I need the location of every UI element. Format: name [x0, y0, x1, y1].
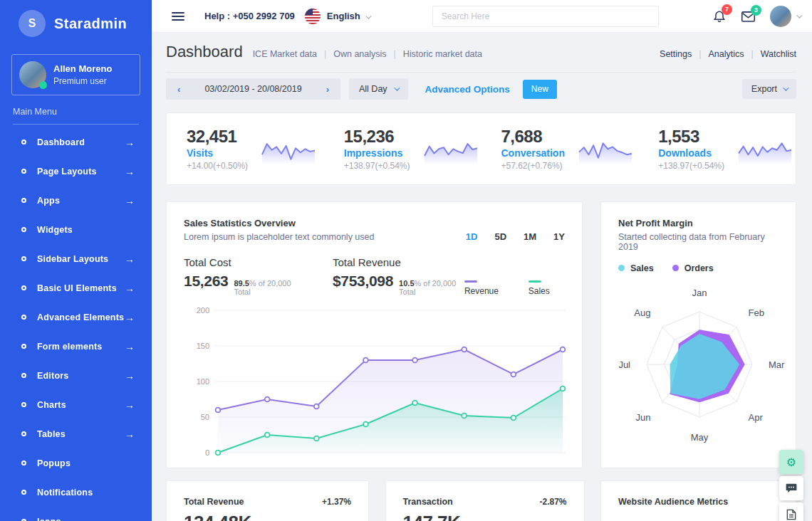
svg-text:Jul: Jul [618, 359, 630, 370]
stat-visits: 32,451 Visits +14.00(+0.50%) [167, 127, 324, 171]
topbar: Help : +050 2992 709 English 7 3 [152, 0, 812, 33]
svg-text:Aug: Aug [634, 307, 650, 318]
tab-1d[interactable]: 1D [466, 231, 478, 242]
user-name: Allen Moreno [53, 63, 112, 74]
main-menu: Dashboard→ Page Layouts→ Apps→ Widgets→ … [0, 127, 152, 521]
radar-legend: Sales Orders [618, 263, 779, 273]
tab-5d[interactable]: 5D [494, 231, 506, 242]
revenue-legend-swatch [464, 280, 477, 283]
sidebar-item-apps[interactable]: Apps→ [0, 186, 152, 215]
toolbar: ‹ 03/02/2019 - 20/08/2019 › All Day Adva… [166, 78, 796, 100]
arrow-right-icon: → [125, 195, 135, 206]
link-historic-market-data[interactable]: Historic market data [403, 49, 482, 59]
chat-fab[interactable] [779, 476, 803, 500]
advanced-options-link[interactable]: Advanced Options [425, 84, 510, 95]
stats-card: 32,451 Visits +14.00(+0.50%) 15,236 Impr… [166, 112, 796, 185]
link-own-analysis[interactable]: Own analysis [333, 49, 386, 59]
sidebar-item-tables[interactable]: Tables→ [0, 419, 152, 448]
sales-statistics-card: Sales Statistics Overview Lorem ipsum is… [166, 201, 583, 468]
sidebar-item-sidebar-layouts[interactable]: Sidebar Layouts→ [0, 244, 152, 273]
brand-name: Staradmin [54, 16, 127, 32]
range-tabs: 1D 5D 1M 1Y [466, 231, 565, 242]
link-settings[interactable]: Settings [660, 49, 692, 59]
date-range-picker[interactable]: ‹ 03/02/2019 - 20/08/2019 › [166, 78, 340, 100]
messages-button[interactable]: 3 [741, 10, 756, 23]
sidebar-item-icons[interactable]: Icons→ [0, 507, 152, 521]
document-icon [786, 509, 796, 520]
total-revenue-amount: 134.48K [184, 512, 351, 521]
circle-icon [21, 198, 26, 203]
arrow-right-icon: → [125, 399, 135, 411]
downloads-sparkline [737, 132, 793, 165]
header-right-links: Settings| Analytics| Watchlist [660, 49, 796, 59]
transaction-delta: -2.87% [539, 497, 566, 507]
arrow-right-icon: → [125, 516, 135, 521]
online-status-dot [39, 81, 47, 89]
sidebar-item-widgets[interactable]: Widgets→ [0, 215, 152, 244]
gear-icon: ⚙ [786, 456, 796, 469]
new-button[interactable]: New [523, 80, 557, 99]
arrow-right-icon: → [125, 253, 135, 265]
header-links: ICE Market data| Own analysis| Historic … [253, 49, 482, 59]
next-arrow-icon[interactable]: › [326, 84, 329, 95]
circle-icon [21, 256, 26, 261]
user-role: Premium user [53, 76, 112, 86]
svg-text:Jan: Jan [692, 288, 707, 298]
stat-impressions: 15,236 Impressions +138.97(+0.54%) [324, 127, 482, 171]
total-cost-value: 15,263 [184, 273, 228, 290]
brand[interactable]: S Staradmin [0, 0, 152, 44]
svg-text:Apr: Apr [749, 412, 764, 423]
sidebar-item-basic-ui-elements[interactable]: Basic UI Elements→ [0, 273, 152, 302]
floating-action-buttons: ⚙ [779, 450, 803, 521]
sidebar-item-editors[interactable]: Editors→ [0, 361, 152, 390]
sidebar-item-dashboard[interactable]: Dashboard→ [0, 127, 152, 157]
sidebar-item-advanced-elements[interactable]: Advanced Elements→ [0, 302, 152, 332]
notifications-button[interactable]: 7 [712, 9, 727, 23]
chevron-down-icon [796, 12, 802, 18]
hamburger-menu-icon[interactable] [172, 10, 184, 23]
tab-1m[interactable]: 1M [524, 231, 536, 242]
stat-conversation: 7,688 Conversation +57.62(+0.76%) [482, 127, 639, 171]
prev-arrow-icon[interactable]: ‹ [177, 84, 180, 95]
svg-text:0: 0 [205, 448, 209, 457]
chevron-down-icon [783, 85, 788, 90]
arrow-right-icon: → [125, 341, 135, 352]
transaction-amount: 147.7K [403, 512, 567, 521]
sidebar-item-form-elements[interactable]: Form elements→ [0, 332, 152, 361]
link-analytics[interactable]: Analytics [708, 49, 744, 59]
page-header: Dashboard ICE Market data| Own analysis|… [166, 33, 796, 73]
link-watchlist[interactable]: Watchlist [761, 49, 796, 59]
circle-icon [21, 490, 26, 495]
avatar [19, 61, 46, 88]
circle-icon [21, 402, 26, 407]
help-phone: Help : +050 2992 709 [204, 11, 295, 21]
stat-downloads: 1,553 Downloads +138.97(+0.54%) [638, 127, 796, 171]
chevron-down-icon [365, 13, 371, 19]
svg-text:Mar: Mar [769, 359, 785, 370]
settings-fab[interactable]: ⚙ [779, 450, 803, 474]
sidebar-item-charts[interactable]: Charts→ [0, 390, 152, 419]
arrow-right-icon: → [125, 312, 135, 323]
total-revenue-card: Total Revenue +1.37% 134.48K [166, 480, 369, 521]
website-audience-metrics-card: Website Audience Metrics [600, 480, 796, 521]
search-input[interactable] [432, 6, 659, 27]
line-chart-legend: Revenue Sales [464, 276, 565, 296]
svg-text:200: 200 [197, 306, 209, 315]
user-card[interactable]: Allen Moreno Premium user [11, 54, 140, 95]
sidebar-item-notifications[interactable]: Notifications→ [0, 478, 152, 507]
language-selector[interactable]: English [327, 11, 370, 21]
logo-icon: S [19, 10, 46, 37]
sidebar-item-page-layouts[interactable]: Page Layouts→ [0, 157, 152, 186]
tab-1y[interactable]: 1Y [553, 231, 565, 242]
sidebar-item-popups[interactable]: Popups→ [0, 448, 152, 478]
chat-bubble-icon [786, 483, 797, 493]
document-fab[interactable] [779, 502, 803, 521]
link-ice-market-data[interactable]: ICE Market data [253, 49, 317, 59]
day-filter-dropdown[interactable]: All Day [349, 78, 408, 100]
svg-text:Jun: Jun [635, 412, 650, 423]
menu-section-label: Main Menu [13, 107, 139, 125]
chevron-down-icon [394, 85, 400, 90]
profile-menu[interactable] [770, 6, 801, 27]
svg-text:50: 50 [201, 413, 209, 421]
export-dropdown[interactable]: Export [742, 79, 796, 99]
